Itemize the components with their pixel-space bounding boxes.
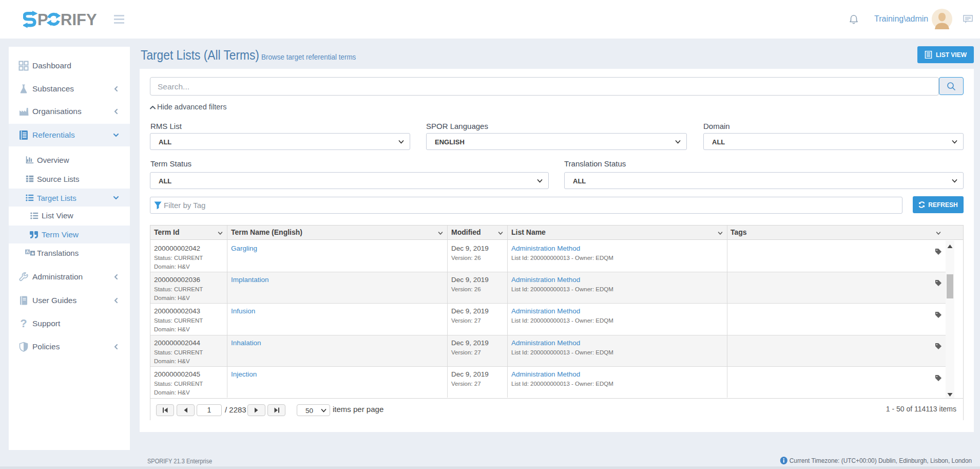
svg-text:RIFY: RIFY [61, 11, 97, 29]
svg-text:★: ★ [31, 251, 35, 256]
svg-text:P: P [37, 11, 48, 29]
svg-text:A: A [26, 250, 29, 254]
